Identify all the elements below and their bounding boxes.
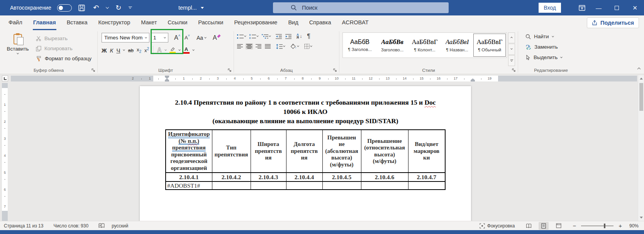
style-card[interactable]: АаБбВ¶ Заголов... (344, 34, 376, 57)
find-chevron-icon[interactable] (552, 35, 554, 37)
tab-справка[interactable]: Справка (304, 15, 337, 30)
paste-dropdown-chevron-icon[interactable] (17, 52, 19, 54)
copy-button[interactable]: Копировать (34, 44, 93, 53)
align-right-button[interactable] (256, 44, 261, 49)
styles-dialog-launcher-icon[interactable] (512, 68, 516, 72)
align-center-button[interactable] (246, 43, 253, 49)
page-indicator[interactable]: Страница 11 из 13 (4, 223, 43, 229)
decrease-indent-button[interactable] (276, 34, 282, 39)
zoom-out-button[interactable]: − (573, 223, 576, 229)
style-card[interactable]: АаБбВвЗаголово... (376, 34, 408, 57)
strikethrough-button[interactable]: ab (128, 47, 133, 53)
save-icon[interactable] (78, 3, 86, 13)
word-count[interactable]: Число слов: 930 (53, 223, 88, 229)
tab-ссылки[interactable]: Ссылки (162, 15, 193, 30)
table-ref-cell[interactable]: 2.10.4.2 (212, 173, 251, 181)
table-value-cell[interactable]: #ADOBST1# (166, 181, 212, 190)
table-ref-cell[interactable]: 2.10.4.1 (166, 173, 212, 181)
table-ref-cell[interactable]: 2.10.4.3 (251, 173, 286, 181)
style-card[interactable]: АаБбВвI¶ Назван... (441, 34, 473, 57)
underline-button[interactable]: Ч (116, 47, 120, 54)
tab-stop-selector[interactable] (2, 75, 8, 81)
close-button[interactable]: × (626, 0, 644, 15)
find-button[interactable]: Найти (524, 32, 584, 41)
line-spacing-button[interactable] (276, 44, 285, 49)
table-header[interactable]: Широта препятств ия (251, 130, 286, 173)
align-left-button[interactable] (237, 44, 243, 49)
cut-button[interactable]: Вырезать (34, 34, 93, 43)
table-ref-cell[interactable]: 2.10.4.7 (408, 173, 445, 181)
title-dropdown-icon[interactable] (201, 7, 204, 9)
table-header-identifier[interactable]: Идентификатор (№ п.п.) препятствия присв… (166, 130, 212, 173)
table-header[interactable]: Тип препятствия (212, 130, 251, 173)
tab-макет[interactable]: Макет (136, 15, 162, 30)
table-value-cell[interactable] (286, 181, 322, 190)
document-page[interactable]: 2.10.4 Препятствия по району 1 в соответ… (140, 86, 471, 221)
vertical-ruler[interactable]: 1234567 (2, 83, 8, 221)
undo-icon[interactable]: ↶ (92, 3, 100, 13)
table-ref-cell[interactable]: 2.10.4.5 (322, 173, 361, 181)
vertical-scrollbar[interactable] (638, 75, 644, 221)
table-ref-cell[interactable]: 2.10.4.4 (286, 173, 322, 181)
tab-вставка[interactable]: Вставка (61, 15, 93, 30)
bullets-button[interactable] (237, 34, 246, 39)
table-value-cell[interactable] (408, 181, 445, 190)
borders-button[interactable] (304, 44, 312, 49)
obstacles-table[interactable]: Идентификатор (№ п.п.) препятствия присв… (165, 129, 446, 190)
table-value-cell[interactable] (361, 181, 408, 190)
table-ref-cell[interactable]: 2.10.4.6 (361, 173, 408, 181)
font-color-chevron-icon[interactable] (192, 49, 195, 51)
grow-font-button[interactable]: А˄ (173, 34, 182, 42)
select-chevron-icon[interactable] (560, 56, 563, 58)
tab-вид[interactable]: Вид (283, 15, 303, 30)
focus-mode-button[interactable]: Фокусировка (480, 223, 515, 229)
table-value-cell[interactable] (251, 181, 286, 190)
ribbon-display-options-icon[interactable] (574, 0, 590, 15)
superscript-button[interactable]: x2 (144, 47, 149, 53)
tab-рассылки[interactable]: Рассылки (193, 15, 229, 30)
styles-scroll-down-icon[interactable] (508, 44, 515, 54)
multilevel-list-button[interactable] (262, 34, 271, 39)
document-title[interactable]: templ... (178, 0, 204, 15)
show-paragraph-marks-button[interactable]: ¶ (307, 33, 310, 40)
style-card[interactable]: АаБбВвГ¶ Обычный (473, 34, 506, 57)
shrink-font-button[interactable]: А˅ (183, 34, 192, 41)
text-effects-button[interactable]: А (157, 47, 162, 54)
tab-acrobat[interactable]: ACROBAT (337, 15, 374, 30)
subscript-button[interactable]: x2 (137, 47, 141, 54)
font-size-combo[interactable]: 1 (151, 33, 168, 42)
autosave-toggle[interactable] (57, 4, 72, 12)
text-effects-chevron-icon[interactable] (164, 49, 167, 51)
tab-файл[interactable]: Файл (3, 15, 28, 30)
font-dialog-launcher-icon[interactable] (228, 68, 232, 72)
sign-in-button[interactable]: Вход (539, 3, 561, 13)
maximize-button[interactable] (608, 0, 626, 15)
search-box[interactable]: Поиск (273, 2, 449, 13)
scroll-down-icon[interactable] (638, 215, 644, 220)
format-painter-button[interactable]: Формат по образцу (34, 54, 93, 63)
redo-icon[interactable]: ↻ (114, 3, 123, 13)
increase-indent-button[interactable] (285, 34, 291, 39)
table-header[interactable]: Превышен ие (абсолютная высота) (м/футы) (322, 130, 361, 173)
bold-button[interactable]: Ж (102, 47, 107, 54)
zoom-in-button[interactable]: + (619, 223, 622, 229)
document-heading[interactable]: 2.10.4 Препятствия по району 1 в соответ… (140, 98, 471, 125)
scroll-up-icon[interactable] (638, 76, 644, 81)
clear-formatting-button[interactable]: А (211, 34, 222, 42)
collapse-ribbon-icon[interactable] (638, 65, 640, 72)
paste-button[interactable]: Вставить (4, 32, 32, 66)
zoom-slider-thumb[interactable] (604, 224, 605, 228)
numbering-button[interactable] (249, 34, 258, 39)
style-card[interactable]: АаБбВвГ¶ Колонт... (408, 34, 441, 57)
minimize-button[interactable]: — (590, 0, 608, 15)
print-layout-button[interactable] (539, 222, 549, 230)
tab-главная[interactable]: Главная (28, 15, 61, 30)
highlight-chevron-icon[interactable] (178, 49, 181, 51)
shading-button[interactable] (290, 44, 299, 49)
table-header[interactable]: Вид/цвет маркиров ки (408, 130, 445, 173)
change-case-button[interactable]: Аа (195, 34, 208, 42)
replace-button[interactable]: bc Заменить (524, 42, 584, 51)
zoom-slider[interactable] (581, 226, 613, 226)
zoom-level[interactable]: 90% (629, 223, 639, 229)
italic-button[interactable]: К (110, 47, 114, 54)
